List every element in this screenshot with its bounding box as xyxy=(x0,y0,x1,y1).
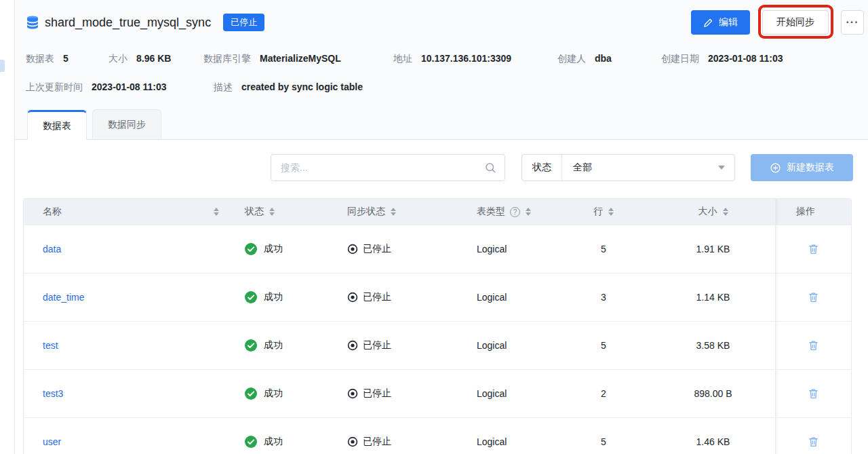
column-label: 大小 xyxy=(698,206,717,218)
table-type: Logical xyxy=(477,436,507,447)
row-count: 5 xyxy=(601,436,606,447)
trash-icon xyxy=(808,339,819,352)
title-row: shard_mode_true_mysql_sync 已停止 编辑 开始同步 ·… xyxy=(15,0,868,45)
status-filter-select[interactable]: 状态 全部 xyxy=(521,154,735,181)
meta-value: MaterializeMySQL xyxy=(260,53,341,64)
database-header-section: shard_mode_true_mysql_sync 已停止 编辑 开始同步 ·… xyxy=(15,0,868,140)
table-type: Logical xyxy=(477,292,507,303)
table-name-link[interactable]: user xyxy=(43,436,61,447)
meta-value: 5 xyxy=(63,53,68,64)
trash-icon xyxy=(808,291,819,303)
delete-button[interactable] xyxy=(805,240,822,258)
table-type: Logical xyxy=(477,388,507,399)
tab-label: 数据同步 xyxy=(108,119,146,131)
success-check-icon xyxy=(245,387,257,400)
tab-bar: 数据表 数据同步 xyxy=(15,109,868,140)
table-name-link[interactable]: test3 xyxy=(43,388,63,399)
table-size: 1.91 KB xyxy=(696,244,730,254)
data-tables-table: 名称 状态 同步状态 表类型 ? 行 xyxy=(23,198,852,454)
row-count: 5 xyxy=(601,244,606,254)
column-label: 状态 xyxy=(245,206,264,218)
column-header-size[interactable]: 大小 xyxy=(651,199,775,225)
left-sidebar-strip xyxy=(0,0,15,454)
table-row: data 成功 已停止 Logical 5 1.91 KB xyxy=(24,225,851,273)
more-dots-icon: ··· xyxy=(846,16,859,29)
status-badge: 已停止 xyxy=(223,14,264,31)
row-count: 3 xyxy=(601,292,606,303)
edit-button[interactable]: 编辑 xyxy=(691,10,750,35)
table-row: date_time 成功 已停止 Logical 3 1.14 KB xyxy=(24,273,851,321)
column-label: 表类型 xyxy=(477,206,505,218)
sort-icon xyxy=(214,208,219,216)
meta-created-date: 创建日期 2023-01-08 11:03 xyxy=(661,53,783,65)
meta-value: 8.96 KB xyxy=(136,53,171,64)
create-table-label: 新建数据表 xyxy=(787,162,834,174)
meta-address: 地址 10.137.136.101:3309 xyxy=(393,53,557,65)
database-icon xyxy=(26,16,39,29)
column-label: 名称 xyxy=(43,206,62,218)
sync-status-text: 已停止 xyxy=(363,436,391,448)
column-header-table-type[interactable]: 表类型 ? xyxy=(448,199,556,225)
delete-button[interactable] xyxy=(805,337,822,354)
success-check-icon xyxy=(245,339,257,352)
meta-last-update: 上次更新时间 2023-01-08 11:03 xyxy=(26,81,214,94)
table-name-link[interactable]: data xyxy=(43,244,61,254)
column-header-actions: 操作 xyxy=(775,199,851,225)
plus-circle-icon xyxy=(770,162,781,174)
sidebar-scroll-indicator xyxy=(0,60,5,72)
meta-value: created by sync logic table xyxy=(241,81,363,92)
sort-icon xyxy=(526,208,531,216)
create-table-button[interactable]: 新建数据表 xyxy=(751,154,853,181)
search-input[interactable] xyxy=(271,154,505,181)
status-text: 成功 xyxy=(264,339,283,352)
delete-button[interactable] xyxy=(805,385,822,402)
meta-label: 数据库引擎 xyxy=(203,53,251,65)
success-check-icon xyxy=(245,291,257,303)
sync-status-text: 已停止 xyxy=(363,243,391,255)
table-size: 3.58 KB xyxy=(696,340,730,351)
sync-status-text: 已停止 xyxy=(363,339,391,352)
sort-icon xyxy=(608,208,614,216)
table-size: 898.00 B xyxy=(694,388,732,399)
row-count: 5 xyxy=(601,340,606,351)
column-header-sync-status[interactable]: 同步状态 xyxy=(319,199,448,225)
tab-data-sync[interactable]: 数据同步 xyxy=(92,109,161,139)
table-name-link[interactable]: test xyxy=(43,340,58,351)
delete-button[interactable] xyxy=(805,433,822,451)
meta-tables: 数据表 5 xyxy=(26,53,108,65)
meta-label: 地址 xyxy=(393,53,412,65)
trash-icon xyxy=(808,436,819,448)
status-filter-value: 全部 xyxy=(562,162,718,174)
edit-button-label: 编辑 xyxy=(719,16,738,29)
table-toolbar: 状态 全部 新建数据表 xyxy=(15,154,868,181)
more-options-button[interactable]: ··· xyxy=(841,10,864,35)
meta-value: 2023-01-08 11:03 xyxy=(708,53,783,64)
meta-description: 描述 created by sync logic table xyxy=(214,81,363,94)
table-size: 1.14 KB xyxy=(696,292,730,303)
search-box xyxy=(271,154,505,181)
edit-pencil-icon xyxy=(703,18,713,28)
tab-label: 数据表 xyxy=(43,120,71,132)
column-header-rows[interactable]: 行 xyxy=(556,199,651,225)
meta-label: 上次更新时间 xyxy=(26,81,83,94)
meta-row-1: 数据表 5 大小 8.96 KB 数据库引擎 MaterializeMySQL … xyxy=(15,45,868,73)
trash-icon xyxy=(808,387,819,400)
start-sync-button[interactable]: 开始同步 xyxy=(762,10,829,35)
table-type: Logical xyxy=(477,244,507,254)
delete-button[interactable] xyxy=(805,288,822,306)
main-panel: shard_mode_true_mysql_sync 已停止 编辑 开始同步 ·… xyxy=(15,0,868,454)
column-header-name[interactable]: 名称 xyxy=(24,199,234,225)
stopped-record-icon xyxy=(347,340,358,351)
tab-data-tables[interactable]: 数据表 xyxy=(27,110,87,140)
table-name-link[interactable]: date_time xyxy=(43,292,84,303)
table-row: test3 成功 已停止 Logical 2 898.00 B xyxy=(24,369,851,417)
column-header-status[interactable]: 状态 xyxy=(234,199,319,225)
help-icon[interactable]: ? xyxy=(510,207,520,217)
title-actions: 编辑 开始同步 ··· xyxy=(691,10,864,35)
status-text: 成功 xyxy=(264,291,283,303)
status-text: 成功 xyxy=(264,387,283,400)
table-size: 1.46 KB xyxy=(696,436,730,447)
meta-label: 描述 xyxy=(214,81,233,94)
column-label: 行 xyxy=(593,206,603,218)
meta-creator: 创建人 dba xyxy=(557,53,661,65)
